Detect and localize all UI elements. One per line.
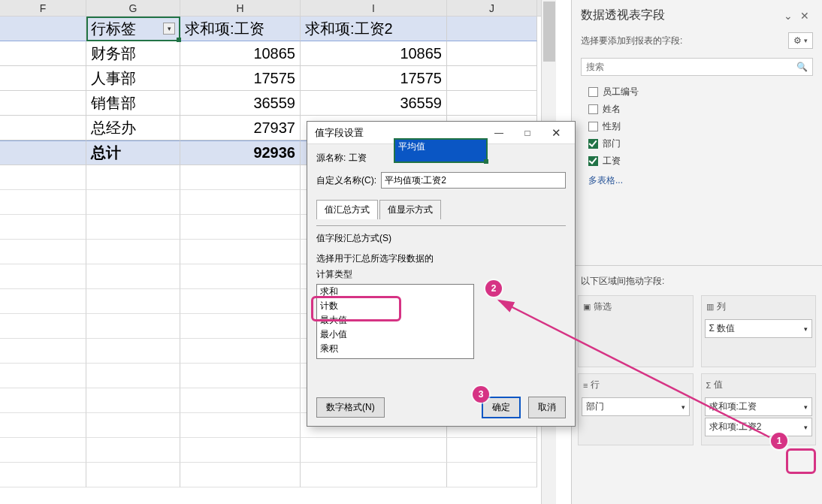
cell[interactable] — [0, 264, 86, 289]
calc-option[interactable]: 最小值 — [317, 327, 473, 342]
zone-chip[interactable]: Σ 数值▾ — [705, 319, 813, 338]
close-button[interactable]: ✕ — [542, 125, 570, 141]
cell[interactable] — [86, 413, 180, 438]
calc-option[interactable]: 乘积 — [317, 342, 473, 356]
calc-option[interactable]: 最大值 — [317, 313, 473, 327]
cell[interactable] — [0, 388, 86, 413]
cell[interactable] — [447, 17, 537, 41]
ok-button[interactable]: 确定 — [482, 397, 521, 418]
cell[interactable] — [301, 438, 447, 463]
calc-option[interactable]: 求和 — [317, 285, 473, 299]
cell[interactable] — [0, 463, 86, 487]
cell[interactable] — [0, 314, 86, 339]
cell[interactable] — [0, 17, 86, 41]
cell[interactable] — [0, 41, 86, 66]
cell[interactable] — [0, 364, 86, 388]
calc-option[interactable]: 计数 — [317, 299, 473, 313]
cell[interactable]: 17575 — [301, 66, 447, 91]
cell[interactable]: 36559 — [180, 91, 301, 116]
search-input[interactable] — [586, 62, 796, 72]
cell[interactable] — [86, 240, 180, 264]
checkbox-icon[interactable] — [588, 104, 598, 114]
cell[interactable] — [0, 116, 86, 140]
filter-dropdown-icon[interactable]: ▾ — [163, 23, 175, 35]
cell[interactable] — [301, 463, 447, 487]
field-item[interactable]: 员工编号 — [588, 83, 813, 101]
cell[interactable] — [86, 264, 180, 289]
values-zone[interactable]: Σ值 求和项:工资▾ 求和项:工资2▾ — [701, 373, 817, 445]
cell[interactable] — [180, 165, 301, 190]
cell[interactable] — [180, 413, 301, 438]
row-label-header[interactable]: 行标签 ▾ — [86, 17, 180, 41]
zone-chip[interactable]: 部门▾ — [582, 397, 690, 416]
minimize-button[interactable]: — — [485, 125, 513, 141]
cancel-button[interactable]: 取消 — [528, 397, 566, 418]
cell[interactable] — [0, 438, 86, 463]
cell[interactable] — [86, 339, 180, 364]
chevron-down-icon[interactable]: ▾ — [804, 325, 808, 333]
field-item[interactable]: 部门 — [588, 135, 813, 152]
cell[interactable]: 财务部 — [86, 41, 180, 66]
cell[interactable]: 36559 — [301, 91, 447, 116]
zone-chip-sum1[interactable]: 求和项:工资▾ — [705, 397, 813, 416]
field-item[interactable]: 工资 — [588, 152, 813, 170]
col-header-j[interactable]: J — [447, 0, 537, 16]
cell[interactable] — [86, 289, 180, 314]
tab-summary[interactable]: 值汇总方式 — [316, 200, 378, 219]
cell[interactable] — [180, 314, 301, 339]
checkbox-icon[interactable] — [588, 87, 598, 97]
scrollbar-thumb[interactable] — [543, 2, 555, 62]
cell[interactable] — [86, 364, 180, 388]
cell[interactable]: 销售部 — [86, 91, 180, 116]
cell[interactable]: 10865 — [180, 41, 301, 66]
dialog-titlebar[interactable]: 值字段设置 — □ ✕ — [307, 122, 575, 144]
cell[interactable] — [86, 215, 180, 240]
field-item[interactable]: 姓名 — [588, 101, 813, 118]
cell[interactable] — [0, 240, 86, 264]
filter-zone[interactable]: ▣筛选 — [578, 295, 694, 367]
cell[interactable] — [180, 289, 301, 314]
col-header-h[interactable]: H — [180, 0, 301, 16]
cell[interactable] — [0, 190, 86, 215]
total-label[interactable]: 总计 — [86, 140, 180, 165]
cell[interactable]: 10865 — [301, 41, 447, 66]
cell[interactable] — [180, 215, 301, 240]
search-box[interactable]: 🔍 — [581, 58, 813, 76]
column-zone[interactable]: ▥列 Σ 数值▾ — [701, 295, 817, 367]
cell[interactable] — [86, 463, 180, 487]
col-header-f[interactable]: F — [0, 0, 86, 16]
cell[interactable] — [0, 413, 86, 438]
col-header-i[interactable]: I — [301, 0, 447, 16]
chevron-down-icon[interactable]: ▾ — [681, 403, 685, 411]
zone-chip-sum2[interactable]: 求和项:工资2▾ — [705, 418, 813, 436]
cell[interactable]: 总经办 — [86, 116, 180, 140]
cell[interactable] — [180, 463, 301, 487]
cell[interactable] — [0, 91, 86, 116]
cell[interactable] — [0, 215, 86, 240]
cell[interactable] — [180, 438, 301, 463]
cell[interactable] — [447, 463, 537, 487]
row-zone[interactable]: ≡行 部门▾ — [578, 373, 694, 445]
cell[interactable] — [86, 165, 180, 190]
cell[interactable] — [447, 66, 537, 91]
more-tables-link[interactable]: 多表格... — [572, 174, 822, 193]
cell[interactable] — [86, 314, 180, 339]
cell[interactable] — [0, 165, 86, 190]
cell[interactable] — [447, 438, 537, 463]
maximize-button[interactable]: □ — [513, 125, 542, 141]
cell[interactable] — [86, 388, 180, 413]
cell[interactable] — [180, 339, 301, 364]
number-format-button[interactable]: 数字格式(N) — [316, 397, 385, 418]
cell[interactable]: 人事部 — [86, 66, 180, 91]
cell[interactable] — [180, 190, 301, 215]
cell[interactable]: 27937 — [180, 116, 301, 140]
chevron-down-icon[interactable]: ▾ — [804, 424, 808, 431]
gear-button[interactable]: ⚙▾ — [788, 32, 813, 49]
calc-type-listbox[interactable]: 求和 计数 平均值 最大值 最小值 乘积 — [316, 284, 474, 359]
checkbox-icon[interactable] — [588, 139, 598, 149]
cell[interactable] — [447, 41, 537, 66]
checkbox-icon[interactable] — [588, 122, 598, 131]
val2-header[interactable]: 求和项:工资2 — [301, 17, 447, 41]
custom-name-input[interactable] — [381, 172, 566, 189]
collapse-icon[interactable]: ⌄ — [780, 10, 796, 22]
